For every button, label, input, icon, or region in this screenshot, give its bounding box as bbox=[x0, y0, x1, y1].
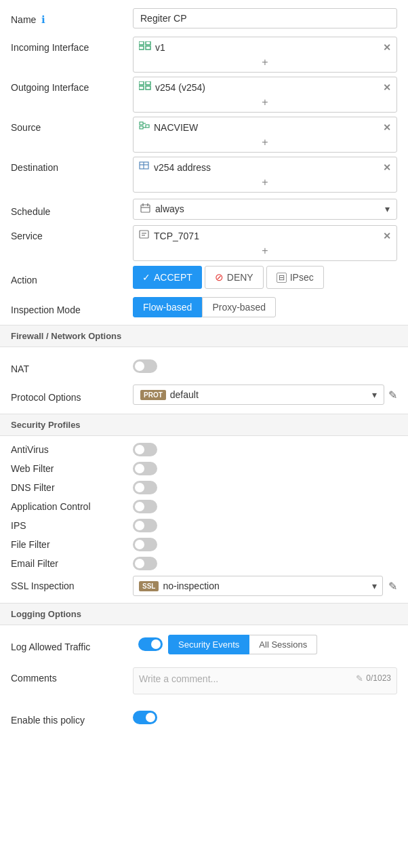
log-traffic-toggle[interactable] bbox=[138, 637, 163, 651]
ipsec-button[interactable]: ⊟ IPsec bbox=[266, 266, 324, 289]
antivirus-label: AntiVirus bbox=[11, 444, 133, 455]
accept-button[interactable]: ✓ ACCEPT bbox=[133, 266, 202, 289]
schedule-label: Schedule bbox=[11, 201, 133, 217]
comments-label: Comments bbox=[11, 667, 133, 684]
enable-policy-control bbox=[133, 711, 397, 724]
ips-slider bbox=[133, 519, 157, 532]
nat-slider bbox=[133, 359, 157, 373]
nat-toggle-container bbox=[133, 359, 397, 373]
outgoing-interface-icon bbox=[139, 81, 151, 93]
schedule-control: always ▾ bbox=[133, 199, 397, 220]
enable-policy-toggle[interactable] bbox=[133, 711, 157, 724]
incoming-interface-remove[interactable]: ✕ bbox=[383, 42, 391, 53]
incoming-interface-add[interactable]: + bbox=[139, 56, 391, 69]
service-control: TCP_7071 ✕ + bbox=[133, 225, 397, 261]
action-label: Action bbox=[11, 269, 133, 285]
outgoing-interface-value: v254 (v254) bbox=[155, 82, 379, 93]
inspection-mode-label: Inspection Mode bbox=[11, 299, 133, 315]
source-icon bbox=[139, 121, 150, 133]
prot-badge: PROT bbox=[140, 390, 166, 400]
logging-section-header: Logging Options bbox=[0, 603, 408, 625]
name-field-container bbox=[133, 8, 397, 28]
enable-policy-label: Enable this policy bbox=[11, 709, 133, 726]
svg-rect-4 bbox=[139, 81, 144, 85]
svg-rect-5 bbox=[139, 86, 144, 90]
protocol-arrow: ▾ bbox=[372, 389, 377, 400]
log-traffic-control: Security Events All Sessions bbox=[138, 635, 397, 654]
protocol-edit-icon[interactable]: ✎ bbox=[388, 389, 397, 401]
deny-icon: ⊘ bbox=[215, 271, 224, 283]
appcontrol-toggle[interactable] bbox=[133, 500, 157, 513]
emailfilter-slider bbox=[133, 557, 157, 570]
svg-rect-16 bbox=[141, 205, 150, 212]
webfilter-toggle[interactable] bbox=[133, 462, 157, 475]
service-remove[interactable]: ✕ bbox=[383, 231, 391, 241]
filefilter-slider bbox=[133, 538, 157, 551]
destination-add[interactable]: + bbox=[139, 176, 391, 189]
service-tag: TCP_7071 ✕ bbox=[139, 229, 391, 243]
svg-rect-6 bbox=[146, 81, 150, 85]
filefilter-label: File Filter bbox=[11, 539, 133, 550]
svg-rect-1 bbox=[139, 46, 144, 50]
outgoing-interface-box: v254 (v254) ✕ + bbox=[133, 77, 397, 113]
security-events-button[interactable]: Security Events bbox=[168, 635, 249, 654]
svg-rect-9 bbox=[140, 126, 143, 129]
comments-control: Write a comment... ✎ 0/1023 bbox=[133, 667, 397, 694]
deny-button[interactable]: ⊘ DENY bbox=[205, 266, 264, 289]
dnsfilter-toggle[interactable] bbox=[133, 481, 157, 494]
incoming-interface-control: v1 ✕ + bbox=[133, 37, 397, 73]
incoming-interface-box: v1 ✕ + bbox=[133, 37, 397, 73]
schedule-value: always bbox=[155, 203, 184, 214]
outgoing-interface-add[interactable]: + bbox=[139, 96, 391, 109]
antivirus-toggle[interactable] bbox=[133, 443, 157, 456]
security-section-header: Security Profiles bbox=[0, 414, 408, 436]
name-label: Name ℹ bbox=[11, 8, 133, 26]
schedule-select[interactable]: always ▾ bbox=[133, 199, 397, 220]
source-remove[interactable]: ✕ bbox=[383, 122, 391, 133]
svg-rect-8 bbox=[140, 122, 143, 125]
ips-toggle[interactable] bbox=[133, 519, 157, 532]
service-label: Service bbox=[11, 225, 133, 241]
protocol-control: PROT default ▾ ✎ bbox=[133, 384, 397, 405]
log-traffic-slider bbox=[138, 637, 163, 651]
destination-control: v254 address ✕ + bbox=[133, 157, 397, 193]
dnsfilter-label: DNS Filter bbox=[11, 482, 133, 493]
antivirus-slider bbox=[133, 443, 157, 456]
proxy-based-button[interactable]: Proxy-based bbox=[202, 297, 276, 317]
source-control: NACVIEW ✕ + bbox=[133, 117, 397, 153]
schedule-arrow: ▾ bbox=[385, 203, 390, 214]
protocol-select[interactable]: PROT default ▾ bbox=[133, 384, 384, 405]
emailfilter-toggle[interactable] bbox=[133, 557, 157, 570]
svg-rect-2 bbox=[146, 41, 150, 45]
comments-box[interactable]: Write a comment... ✎ 0/1023 bbox=[133, 667, 397, 694]
source-label: Source bbox=[11, 117, 133, 133]
outgoing-interface-remove[interactable]: ✕ bbox=[383, 82, 391, 93]
outgoing-interface-label: Outgoing Interface bbox=[11, 77, 133, 93]
name-input[interactable] bbox=[133, 8, 397, 28]
flow-based-button[interactable]: Flow-based bbox=[133, 297, 202, 317]
nat-label: NAT bbox=[11, 358, 133, 374]
comments-edit-icon: ✎ bbox=[356, 673, 363, 684]
destination-tag: v254 address ✕ bbox=[139, 160, 391, 174]
filefilter-toggle[interactable] bbox=[133, 538, 157, 551]
firewall-section-header: Firewall / Network Options bbox=[0, 325, 408, 347]
destination-label: Destination bbox=[11, 157, 133, 173]
nat-toggle[interactable] bbox=[133, 359, 157, 373]
info-icon: ℹ bbox=[41, 14, 45, 25]
interface-icon bbox=[139, 41, 151, 53]
source-tag: NACVIEW ✕ bbox=[139, 120, 391, 134]
inspection-mode-control: Flow-based Proxy-based bbox=[133, 297, 397, 317]
ssl-edit-icon[interactable]: ✎ bbox=[388, 580, 397, 593]
destination-value: v254 address bbox=[154, 162, 379, 173]
svg-rect-20 bbox=[140, 231, 148, 238]
svg-rect-3 bbox=[146, 46, 150, 50]
ssl-label: SSL Inspection bbox=[11, 580, 133, 591]
svg-rect-0 bbox=[139, 41, 144, 45]
destination-remove[interactable]: ✕ bbox=[383, 162, 391, 173]
service-add[interactable]: + bbox=[139, 244, 391, 258]
emailfilter-label: Email Filter bbox=[11, 558, 133, 569]
ips-label: IPS bbox=[11, 520, 133, 531]
all-sessions-button[interactable]: All Sessions bbox=[249, 635, 317, 654]
ssl-select[interactable]: SSL no-inspection ▾ bbox=[133, 576, 383, 596]
source-add[interactable]: + bbox=[139, 136, 391, 149]
